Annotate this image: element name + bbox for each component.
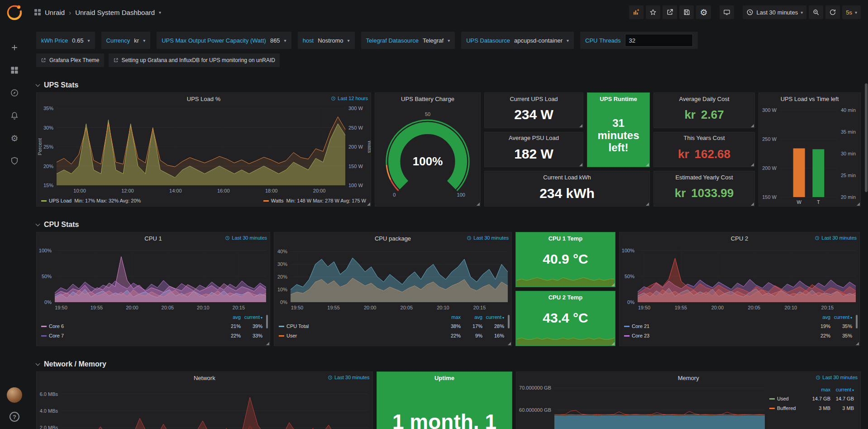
panel-title[interactable]: CPU 1 <box>144 235 162 242</box>
panel-time-range[interactable]: Last 30 minutes <box>815 235 857 241</box>
ups-load-graph[interactable]: 35%30%25%20%15%300 W250 W200 W150 W100 W… <box>37 105 371 195</box>
memory-graph[interactable]: 70.000000 GB60.000000 GB50.000000 GB <box>516 384 768 429</box>
user-avatar[interactable] <box>7 387 22 403</box>
legend-row[interactable]: Core 6 21% 39% <box>41 321 262 331</box>
legend-row[interactable]: Buffered 3 MB 3 MB <box>769 403 854 413</box>
legend-row[interactable]: User 22% 9% 16% <box>279 331 504 340</box>
panel-average-daily-cost: Average Daily Cost kr2.67 <box>653 92 755 128</box>
panel-time-range[interactable]: Last 12 hours <box>331 96 368 101</box>
panel-title[interactable]: This Years Cost <box>683 135 725 141</box>
panel-title[interactable]: CPU package <box>375 235 411 242</box>
legend-row[interactable]: Core 7 22% 33% <box>41 331 262 340</box>
sidebar-item-configuration[interactable]: ⚙ <box>10 133 19 143</box>
svg-text:T: T <box>817 199 820 205</box>
time-range-picker[interactable]: Last 30 minutes ▾ <box>743 5 806 19</box>
legend-row[interactable]: Used 14.7 GB 14.7 GB <box>769 394 854 403</box>
legend-row[interactable]: Core 21 19% 35% <box>624 321 852 331</box>
panel-time-range[interactable]: Last 30 minutes <box>467 235 509 241</box>
panel-title[interactable]: Current Load kWh <box>543 174 591 181</box>
legend-sort-avg[interactable]: avg <box>809 314 830 320</box>
legend-sort-current[interactable]: current▾ <box>482 314 504 320</box>
svg-text:16:00: 16:00 <box>217 188 230 193</box>
legend-sort-avg[interactable]: avg <box>219 314 241 320</box>
panel-title[interactable]: Current UPS Load <box>510 96 558 102</box>
variable-kwh-price[interactable]: kWh Price 0.65 ▾ <box>36 32 95 49</box>
cpu-package-graph[interactable]: 40%30%20%10%0%19:5019:5520:0020:0520:102… <box>274 244 511 312</box>
sidebar-item-explore[interactable] <box>10 88 19 98</box>
legend-row[interactable]: CPU Total 38% 17% 28% <box>279 321 504 331</box>
ups-load-vs-time-chart[interactable]: 300 W250 W200 W150 W40 min35 min30 min25… <box>759 105 860 206</box>
legend-sort-current[interactable]: current▾ <box>830 387 854 392</box>
chevron-down-icon: ▾ <box>855 10 857 15</box>
variable-host[interactable]: host Nostromo ▾ <box>298 32 355 49</box>
battery-gauge[interactable]: 050100100% <box>375 105 480 206</box>
cpu-1-graph[interactable]: 100%50%0%19:5019:5520:0020:0520:1020:15 <box>37 244 270 312</box>
panel-title[interactable]: Memory <box>678 375 699 381</box>
page-scrollbar[interactable] <box>864 24 868 429</box>
cycle-view-button[interactable] <box>720 5 734 19</box>
section-ups-stats[interactable]: UPS Stats <box>36 78 861 92</box>
legend-sort-max[interactable]: max <box>439 314 461 320</box>
section-network-memory[interactable]: Network / Memory <box>36 357 861 371</box>
sidebar-item-create[interactable] <box>10 43 19 53</box>
panel-time-range[interactable]: Last 30 minutes <box>225 235 267 241</box>
section-cpu-stats[interactable]: CPU Stats <box>36 217 861 232</box>
legend-row[interactable]: Core 23 22% 35% <box>624 331 852 340</box>
panel-ups-load-percent: UPS Load % Last 12 hours 35%30%25%20%15%… <box>36 92 371 207</box>
svg-text:2.0 MBs: 2.0 MBs <box>40 425 58 429</box>
svg-text:20:00: 20:00 <box>126 305 138 310</box>
share-button[interactable] <box>663 5 677 19</box>
panel-title[interactable]: Estimated Yearly Cost <box>675 174 733 181</box>
network-graph[interactable]: 6.0 MBs4.0 MBs2.0 MBs <box>37 384 372 429</box>
panel-cpu-2: CPU 2 Last 30 minutes 100%50%0%19:5019:5… <box>619 232 860 346</box>
legend-item-ups-load[interactable]: UPS LoadMin: 17% Max: 32% Avg: 20% <box>41 198 141 203</box>
legend-sort-current[interactable]: current▾ <box>830 314 852 320</box>
panel-title[interactable]: UPS Battery Charge <box>401 96 454 102</box>
panel-title[interactable]: Average PSU Load <box>509 135 559 141</box>
panel-title[interactable]: UPS Load vs Time left <box>781 96 839 102</box>
legend-sort-avg[interactable]: avg <box>461 314 482 320</box>
panel-time-range[interactable]: Last 30 minutes <box>816 375 858 380</box>
panel-title[interactable]: Average Daily Cost <box>679 96 729 102</box>
legend-sort-max[interactable]: max <box>807 387 830 392</box>
chevron-down-icon: ▾ <box>88 38 90 43</box>
variable-ups-datasource[interactable]: UPS Datasource apcupsd-container ▾ <box>461 32 574 49</box>
variable-ups-max-output[interactable]: UPS Max Output Power Capacity (Watt) 865… <box>157 32 291 49</box>
refresh-button[interactable] <box>825 5 840 19</box>
link-grafana-plex-theme[interactable]: Grafana Plex Theme <box>36 53 104 67</box>
panel-title[interactable]: Uptime <box>434 375 454 381</box>
panel-title[interactable]: UPS Runtime <box>600 96 637 102</box>
legend-scrollbar[interactable] <box>508 315 510 328</box>
legend-sort-current[interactable]: current▾ <box>241 314 262 320</box>
legend-scrollbar[interactable] <box>856 315 858 328</box>
panel-time-range[interactable]: Last 30 minutes <box>328 375 370 380</box>
grafana-logo[interactable] <box>5 4 24 22</box>
panel-title[interactable]: CPU 2 Temp <box>548 294 583 301</box>
clock-icon <box>816 375 820 380</box>
sidebar-item-alerting[interactable] <box>10 111 19 121</box>
settings-button[interactable]: ⚙ <box>696 5 711 19</box>
legend-scrollbar[interactable] <box>266 315 268 328</box>
cpu-threads-input[interactable] <box>625 34 693 47</box>
breadcrumb-dashboard-title[interactable]: Unraid System Dashboard <box>75 9 155 16</box>
variable-currency[interactable]: Currency kr ▾ <box>101 32 151 49</box>
panel-title[interactable]: Network <box>194 375 215 381</box>
sidebar-item-dashboards[interactable] <box>10 65 19 75</box>
variable-telegraf-datasource[interactable]: Telegraf Datasource Telegraf ▾ <box>361 32 455 49</box>
star-button[interactable] <box>646 5 660 19</box>
save-button[interactable] <box>679 5 694 19</box>
zoom-out-button[interactable] <box>809 5 823 19</box>
panel-title[interactable]: UPS Load % <box>187 96 220 102</box>
link-ups-monitoring-guide[interactable]: Setting up Grafana and InfluxDB for UPS … <box>109 53 280 67</box>
sidebar-item-server-admin[interactable] <box>10 156 19 166</box>
cpu-2-graph[interactable]: 100%50%0%19:5019:5520:0020:0520:1020:15 <box>620 244 859 312</box>
page-scrollbar-thumb[interactable] <box>865 83 868 192</box>
panel-title[interactable]: CPU 1 Temp <box>548 235 583 242</box>
legend-item-watts[interactable]: WattsMin: 148 W Max: 278 W Avg: 175 W <box>263 198 366 203</box>
panel-title[interactable]: CPU 2 <box>731 235 748 242</box>
help-icon[interactable]: ? <box>10 412 19 422</box>
breadcrumb-folder[interactable]: Unraid <box>45 9 65 16</box>
refresh-interval-picker[interactable]: 5s ▾ <box>842 5 861 19</box>
add-panel-button[interactable] <box>629 5 644 19</box>
chevron-down-icon[interactable]: ▾ <box>159 10 161 15</box>
